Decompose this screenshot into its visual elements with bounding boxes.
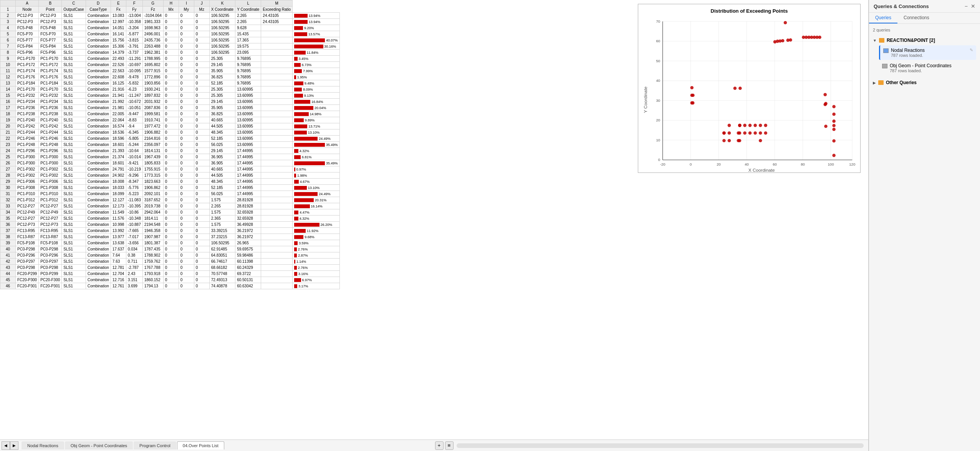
cell[interactable]: 9.20% [293, 25, 339, 31]
cell[interactable]: 2.265 [235, 13, 261, 19]
cell[interactable]: 17.44995 [235, 179, 261, 185]
cell[interactable]: FC5-P108 [39, 240, 62, 246]
cell[interactable]: -3104.064 [142, 13, 163, 19]
cell[interactable]: SLS1 [62, 203, 86, 209]
cell[interactable]: SLS1 [62, 37, 86, 43]
cell[interactable]: 1787.435 [142, 246, 163, 252]
cell[interactable]: 0 [163, 234, 179, 240]
cell[interactable]: SLS1 [62, 209, 86, 216]
cell[interactable]: 0 [179, 154, 194, 160]
cell[interactable]: PC0-P297 [16, 259, 39, 265]
cell[interactable]: 0 [194, 197, 209, 203]
cell[interactable]: PC1-P300 [39, 154, 62, 160]
cell[interactable]: Combination [86, 228, 111, 234]
cell[interactable]: 36.825 [209, 74, 235, 80]
cell[interactable]: 22.064 [111, 117, 126, 123]
cell[interactable]: -10.672 [126, 99, 142, 105]
cell[interactable]: 13.94% [293, 19, 339, 25]
table-row[interactable]: 24PC1-P296PC1-P296SLS1Combination21.393-… [0, 148, 340, 154]
cell[interactable]: 0 [163, 179, 179, 185]
cell[interactable] [261, 142, 293, 148]
cell[interactable]: 1788.995 [142, 56, 163, 62]
cell[interactable]: PC1-P310 [16, 191, 39, 197]
cell[interactable]: 21.981 [111, 105, 126, 111]
cell[interactable]: FC5-P70 [16, 31, 39, 37]
cell[interactable]: SLS1 [62, 148, 86, 154]
cell[interactable]: 15.306 [111, 43, 126, 50]
cell[interactable]: PC1-P244 [16, 129, 39, 136]
cell[interactable]: 0 [194, 191, 209, 197]
cell[interactable]: 0.38 [126, 252, 142, 259]
cell[interactable] [261, 197, 293, 203]
cell[interactable] [261, 259, 293, 265]
cell[interactable]: 0 [179, 105, 194, 111]
cell[interactable]: 1788.902 [142, 252, 163, 259]
cell[interactable]: 23.095 [235, 50, 261, 56]
table-row[interactable]: 38FC13-R87FC13-R87SLS1Combination13.977-… [0, 234, 340, 240]
cell[interactable]: 0 [194, 56, 209, 62]
cell[interactable]: Combination [86, 111, 111, 117]
cell[interactable]: 0 [194, 37, 209, 43]
col-header-h[interactable]: H [163, 0, 179, 7]
col-header-a[interactable]: A [16, 0, 39, 7]
cell[interactable] [261, 234, 293, 240]
cell[interactable] [261, 191, 293, 197]
col-header-i[interactable]: I [179, 0, 194, 7]
cell[interactable]: PC0-P297 [39, 259, 62, 265]
table-row[interactable]: 21PC1-P244PC1-P244SLS1Combination18.536-… [0, 129, 340, 136]
cell[interactable]: 24.791 [111, 166, 126, 172]
table-row[interactable]: 14PC1-P170PC1-P170SLS1Combination21.916-… [0, 86, 340, 93]
cell[interactable]: -8.83 [126, 117, 142, 123]
cell[interactable]: 0 [163, 197, 179, 203]
cell[interactable]: SLS1 [62, 105, 86, 111]
table-row[interactable]: 16PC1-P234PC1-P234SLS1Combination21.992-… [0, 99, 340, 105]
cell[interactable] [261, 25, 293, 31]
cell[interactable]: Combination [86, 19, 111, 25]
cell[interactable]: Combination [86, 117, 111, 123]
cell[interactable]: 12.781 [111, 265, 126, 271]
cell[interactable]: PC1-P170 [16, 56, 39, 62]
cell[interactable]: 1577.915 [142, 68, 163, 74]
cell[interactable]: -10.887 [126, 222, 142, 228]
cell[interactable]: PC0-P299 [39, 271, 62, 277]
cell[interactable]: PC12-P73 [39, 222, 62, 228]
cell[interactable]: -10.095 [126, 68, 142, 74]
cell[interactable]: 1698.963 [142, 25, 163, 31]
cell[interactable]: Combination [86, 259, 111, 265]
cell[interactable]: PC1-P236 [39, 105, 62, 111]
cell[interactable]: 106.50295 [209, 19, 235, 25]
cell[interactable] [261, 222, 293, 228]
cell[interactable]: 1759.762 [142, 259, 163, 265]
cell[interactable]: 0 [179, 160, 194, 166]
cell[interactable]: PC0-P298 [16, 246, 39, 252]
cell[interactable]: 12.716 [111, 277, 126, 283]
cell[interactable]: 2.76% [293, 246, 339, 252]
cell[interactable]: 14.379 [111, 50, 126, 56]
cell[interactable]: 35.905 [209, 68, 235, 74]
cell[interactable]: 0 [163, 105, 179, 111]
cell[interactable]: 6.73% [293, 62, 339, 68]
cell[interactable]: 0 [163, 56, 179, 62]
cell[interactable]: 18.536 [111, 129, 126, 136]
cell[interactable]: 0 [163, 86, 179, 93]
cell[interactable]: 1814.131 [142, 148, 163, 154]
col-header-k[interactable]: K [209, 0, 235, 7]
cell[interactable]: 22.005 [111, 111, 126, 117]
cell[interactable]: 13.083 [111, 13, 126, 19]
cell[interactable]: 68.66182 [209, 265, 235, 271]
cell[interactable]: 0 [163, 50, 179, 56]
cell[interactable]: 13.94% [293, 13, 339, 19]
cell[interactable]: -10.64 [126, 148, 142, 154]
table-row[interactable]: 5FC5-P70FC5-P70SLS1Combination16.141-5.8… [0, 31, 340, 37]
cell[interactable]: 36.21972 [235, 234, 261, 240]
cell[interactable]: -5.805 [126, 136, 142, 142]
cell[interactable]: 0 [163, 43, 179, 50]
cell[interactable]: 0 [194, 271, 209, 277]
cell[interactable]: 33.39215 [209, 228, 235, 234]
cell[interactable]: 0 [179, 56, 194, 62]
cell[interactable]: 0 [179, 197, 194, 203]
cell[interactable]: -8.347 [126, 179, 142, 185]
cell[interactable]: 1794.13 [142, 283, 163, 289]
cell[interactable]: Combination [86, 99, 111, 105]
cell[interactable]: 2092.101 [142, 191, 163, 197]
